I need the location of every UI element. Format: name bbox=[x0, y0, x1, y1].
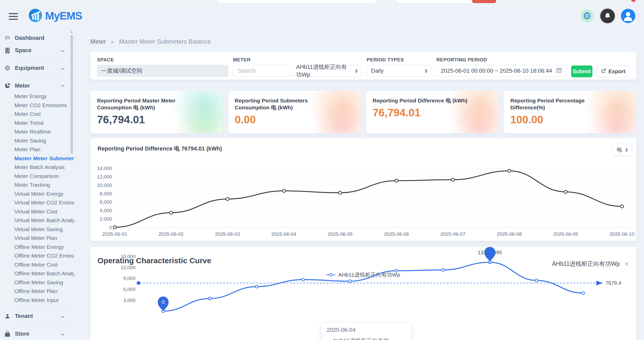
reporting-period-input[interactable]: 2025-06-01 00:00:00 ~ 2025-06-10 16:06:4… bbox=[436, 65, 567, 77]
breadcrumb-parent[interactable]: Meter bbox=[90, 38, 106, 45]
stat-value: 76,794.01 bbox=[373, 107, 492, 119]
sidebar: Dashboard Space ⚙ Equipment Meter Meter … bbox=[0, 29, 74, 340]
svg-text:4,000: 4,000 bbox=[100, 208, 112, 213]
export-label: Export bbox=[608, 68, 626, 74]
svg-text:8,000: 8,000 bbox=[100, 191, 112, 196]
space-filter: SPACE 一度城/调试空间 bbox=[97, 57, 228, 77]
space-label: SPACE bbox=[97, 57, 228, 63]
difference-chart-card: Reporting Period Difference 电 76794.01 (… bbox=[90, 138, 636, 241]
meter-search-input[interactable] bbox=[237, 67, 285, 74]
meter-submenu: Meter Energy Meter CO2 Emissions Meter C… bbox=[0, 92, 74, 305]
stat-cards-row: Reporting Period Master Meter Consumptio… bbox=[90, 91, 636, 133]
space-value: 一度城/调试空间 bbox=[101, 67, 142, 75]
sidebar-subitem[interactable]: Meter Plan bbox=[0, 145, 74, 154]
svg-text:2,000: 2,000 bbox=[100, 216, 112, 222]
sidebar-subitem[interactable]: Virtual Meter CO2 Emissions bbox=[0, 198, 74, 207]
sidebar-subitem[interactable]: Virtual Meter Saving bbox=[0, 225, 74, 234]
operating-curve-card: Operating Characteristic Curve AHb11进线柜正… bbox=[90, 247, 636, 340]
svg-text:2025-06-09: 2025-06-09 bbox=[553, 231, 578, 237]
sidebar-subitem[interactable]: Offline Meter Energy bbox=[0, 243, 74, 252]
meter-select[interactable]: AHb11进线柜正向有功Wp bbox=[292, 65, 362, 77]
reporting-period-value: 2025-06-01 00:00:00 ~ 2025-06-10 16:06:4… bbox=[441, 68, 552, 74]
sidebar-subitem[interactable]: Meter Trend bbox=[0, 119, 74, 128]
sidebar-item-tenant[interactable]: Tenant bbox=[0, 310, 74, 322]
sidebar-subitem[interactable]: Meter CO2 Emissions bbox=[0, 101, 74, 110]
sidebar-subitem[interactable]: Meter Batch Analysis bbox=[0, 163, 74, 172]
meter-selected-value: AHb11进线柜正向有功Wp bbox=[296, 63, 352, 79]
export-icon bbox=[601, 68, 606, 74]
pie-chart-icon bbox=[4, 82, 11, 89]
bag-icon bbox=[4, 330, 11, 337]
chevron-down-icon bbox=[61, 332, 64, 336]
stat-card-percentage-difference: Reporting Period Percentage Difference(%… bbox=[504, 91, 636, 133]
svg-text:12,000: 12,000 bbox=[121, 265, 135, 270]
sidebar-subitem-active[interactable]: Master Meter Submeters Balance bbox=[0, 154, 74, 163]
navbar-actions: ⚙ bbox=[580, 9, 635, 23]
brand-logo[interactable]: MyEMS bbox=[29, 9, 82, 23]
sidebar-subitem[interactable]: Offline Meter Input bbox=[0, 296, 74, 305]
sidebar-subitem[interactable]: Offline Meter Plan bbox=[0, 287, 74, 296]
sidebar-subitem[interactable]: Meter Comparison bbox=[0, 172, 74, 181]
sidebar-subitem[interactable]: Meter Cost bbox=[0, 110, 74, 119]
period-type-value: Daily bbox=[371, 68, 384, 74]
scrollbar-thumb[interactable] bbox=[71, 35, 73, 154]
main-content: Meter » Master Meter Submeters Balance S… bbox=[74, 29, 644, 340]
sidebar-subitem[interactable]: Virtual Meter Batch Analysis bbox=[0, 216, 74, 225]
svg-text:9,000: 9,000 bbox=[123, 276, 135, 281]
sidebar-subitem[interactable]: Meter Realtime bbox=[0, 127, 74, 136]
sidebar-subitem[interactable]: Meter Energy bbox=[0, 92, 74, 101]
difference-line-chart[interactable]: 02,0004,0006,0008,00010,00012,00014,0002… bbox=[90, 138, 636, 241]
stat-title: Reporting Period Percentage Difference(%… bbox=[510, 97, 618, 111]
sidebar-item-dashboard[interactable]: Dashboard bbox=[0, 32, 74, 44]
chevron-down-icon bbox=[61, 49, 64, 52]
svg-text:2025-06-04: 2025-06-04 bbox=[271, 231, 296, 237]
stat-value: 100.00 bbox=[510, 114, 630, 126]
top-artifact bbox=[396, 0, 497, 3]
sidebar-item-space[interactable]: Space bbox=[0, 44, 74, 56]
breadcrumb: Meter » Master Meter Submeters Balance bbox=[90, 38, 636, 45]
sidebar-subitem[interactable]: Meter Saving bbox=[0, 136, 74, 145]
stat-value: 76,794.01 bbox=[97, 114, 216, 126]
gear-icon: ⚙ bbox=[4, 65, 11, 71]
sidebar-item-label: Equipment bbox=[15, 65, 44, 71]
scrollbar-up-arrow[interactable] bbox=[70, 31, 73, 33]
chevron-up-icon bbox=[61, 85, 64, 88]
sidebar-item-meter[interactable]: Meter bbox=[0, 80, 74, 92]
sidebar-subitem[interactable]: Meter Tracking bbox=[0, 181, 74, 190]
energy-type-select[interactable]: 电 bbox=[612, 144, 632, 156]
sidebar-item-label: Store bbox=[15, 330, 29, 337]
select-arrows-icon bbox=[355, 69, 358, 73]
sidebar-subitem[interactable]: Virtual Meter Cost bbox=[0, 207, 74, 216]
energy-type-value: 电 bbox=[617, 146, 622, 153]
svg-text:2025-06-03: 2025-06-03 bbox=[215, 231, 240, 237]
space-input[interactable]: 一度城/调试空间 bbox=[97, 65, 228, 77]
user-avatar[interactable] bbox=[621, 9, 635, 23]
sidebar-subitem[interactable]: Offline Meter Batch Analysis bbox=[0, 269, 74, 278]
stat-title: Reporting Period Master Meter Consumptio… bbox=[97, 97, 205, 111]
sidebar-item-equipment[interactable]: ⚙ Equipment bbox=[0, 62, 74, 74]
sidebar-subitem[interactable]: Offline Meter Cost bbox=[0, 260, 74, 269]
sidebar-item-store[interactable]: Store bbox=[0, 328, 74, 340]
svg-text:7679.4: 7679.4 bbox=[606, 280, 621, 286]
stat-card-submeters-consumption: Reporting Period Submeters Consumption 电… bbox=[228, 91, 361, 133]
svg-text:2025-06-01: 2025-06-01 bbox=[102, 231, 127, 237]
sidebar-scrollbar[interactable] bbox=[70, 31, 73, 154]
calendar-icon bbox=[556, 67, 562, 75]
period-type-select[interactable]: Daily bbox=[367, 65, 432, 77]
filter-panel: SPACE 一度城/调试空间 METER AHb11进线柜正向有功Wp bbox=[90, 52, 636, 80]
menu-toggle-button[interactable] bbox=[9, 13, 18, 20]
settings-gear-icon[interactable]: ⚙ bbox=[580, 9, 594, 23]
sidebar-subitem[interactable]: Virtual Meter Plan bbox=[0, 234, 74, 243]
top-artifact bbox=[218, 0, 377, 3]
export-button[interactable]: Export bbox=[597, 65, 630, 77]
submit-button[interactable]: Submit bbox=[571, 65, 592, 77]
sidebar-item-label: Space bbox=[15, 47, 32, 54]
meter-search-box bbox=[233, 65, 290, 77]
sidebar-subitem[interactable]: Virtual Meter Energy bbox=[0, 190, 74, 199]
sidebar-subitem[interactable]: Offline Meter CO2 Emissions bbox=[0, 251, 74, 260]
chevron-down-icon bbox=[61, 66, 64, 70]
stat-title: Reporting Period Difference 电 (kWh) bbox=[373, 97, 480, 104]
top-artifact-red bbox=[472, 0, 496, 3]
sidebar-subitem[interactable]: Offline Meter Saving bbox=[0, 278, 74, 287]
notifications-bell-icon[interactable] bbox=[600, 9, 615, 23]
